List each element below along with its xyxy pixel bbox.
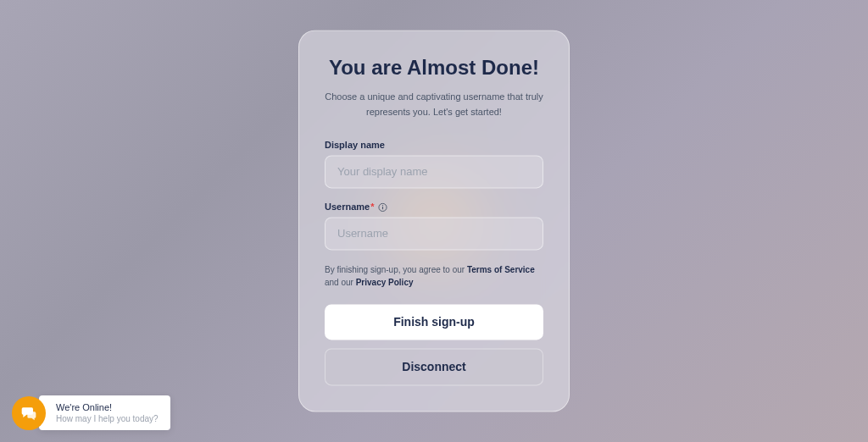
chat-widget[interactable]: We're Online! How may I help you today? (12, 395, 170, 430)
required-asterisk: * (370, 202, 374, 213)
signup-modal: You are Almost Done! Choose a unique and… (298, 30, 570, 412)
svg-point-1 (382, 205, 383, 206)
display-name-label: Display name (325, 141, 543, 151)
username-input[interactable] (325, 218, 543, 251)
modal-subtitle: Choose a unique and captivating username… (325, 90, 543, 119)
svg-rect-2 (382, 207, 383, 209)
display-name-input[interactable] (325, 156, 543, 189)
username-group: Username* (325, 202, 543, 251)
username-label: Username* (325, 202, 543, 213)
chat-subtitle: How may I help you today? (56, 414, 159, 423)
chat-icon[interactable] (12, 396, 46, 430)
chat-title: We're Online! (56, 402, 159, 412)
finish-signup-button[interactable]: Finish sign-up (325, 305, 543, 340)
disconnect-button[interactable]: Disconnect (325, 349, 543, 386)
modal-title: You are Almost Done! (325, 56, 543, 80)
chat-card[interactable]: We're Online! How may I help you today? (39, 395, 170, 430)
terms-of-service-link[interactable]: Terms of Service (467, 266, 535, 275)
legal-text: By finishing sign-up, you agree to our T… (325, 264, 543, 290)
privacy-policy-link[interactable]: Privacy Policy (356, 279, 414, 288)
info-icon[interactable] (377, 202, 387, 213)
display-name-group: Display name (325, 141, 543, 189)
